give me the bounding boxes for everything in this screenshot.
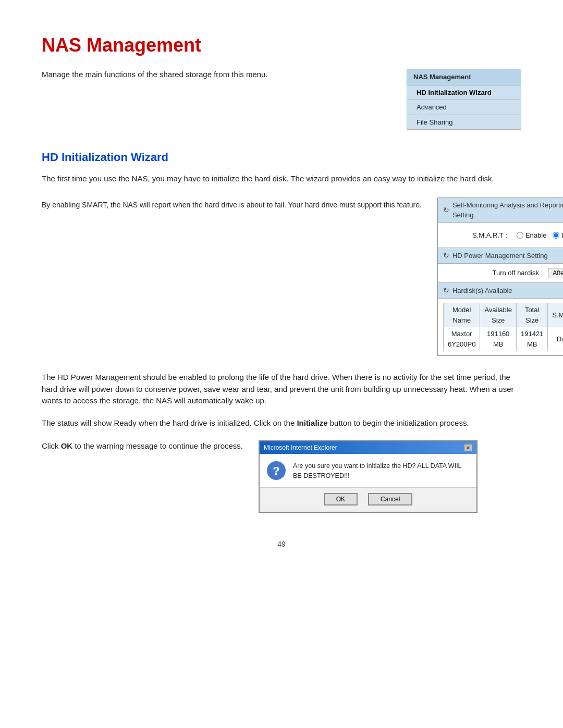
smart-enable-label: Enable: [525, 230, 546, 241]
ie-sidebar-after: to the warning message to continue the p…: [72, 441, 243, 450]
power-setting-header: ↻ HD Power Management Setting: [438, 248, 563, 264]
status-para-before: The status will show Ready when the hard…: [42, 418, 295, 427]
ie-title: Microsoft Internet Explorer: [264, 443, 337, 452]
ie-sidebar-before: Click: [42, 441, 61, 450]
ie-cancel-button[interactable]: Cancel: [368, 493, 412, 505]
hardisk-title: Hardisk(s) Available: [452, 286, 512, 296]
power-row: Turn off hardisk : After 5 mins After 10…: [446, 268, 563, 278]
ie-sidebar-bold: OK: [61, 441, 73, 450]
ie-sidebar-text: Click OK to the warning message to conti…: [42, 440, 243, 452]
hd-table: Model Name Available Size Total Size S.M…: [443, 303, 563, 351]
power-para: The HD Power Management should be enable…: [42, 372, 521, 407]
ie-titlebar: Microsoft Internet Explorer ×: [260, 441, 476, 454]
ie-close-button[interactable]: ×: [464, 444, 472, 451]
smart-enable-radio[interactable]: [517, 232, 523, 239]
cell-smart: Disable: [548, 327, 563, 351]
smart-label: S.M.A.R.T :: [472, 230, 507, 241]
cell-available: 191160 MB: [480, 327, 517, 351]
smart-radio-group: Enable Disable: [517, 230, 563, 241]
section-desc: The first time you use the NAS, you may …: [42, 173, 521, 185]
hardisk-table-container: Model Name Available Size Total Size S.M…: [438, 299, 563, 355]
ie-question-icon: ?: [267, 461, 286, 480]
status-para: The status will show Ready when the hard…: [42, 417, 521, 429]
col-available: Available Size: [480, 303, 517, 327]
ie-message: Are you sure you want to initialize the …: [293, 461, 468, 481]
smart-content: By enabling SMART, the NAS will report w…: [42, 198, 521, 356]
smart-refresh-icon: ↻: [443, 205, 449, 216]
section-title: HD Initialization Wizard: [42, 149, 521, 166]
status-para-bold: Initialize: [297, 418, 327, 427]
smart-setting-title: Self-Monitoring Analysis and Reporting T…: [452, 200, 563, 220]
power-refresh-icon: ↻: [443, 250, 449, 261]
page-title: NAS Management: [42, 31, 521, 59]
hd-table-body: Maxtor 6Y200P0 191160 MB 191421 MB Disab…: [443, 327, 563, 351]
hd-table-header-row: Model Name Available Size Total Size S.M…: [443, 303, 563, 327]
intro-text: Manage the main functions of the shared …: [42, 69, 391, 81]
hd-table-head: Model Name Available Size Total Size S.M…: [443, 303, 563, 327]
col-total: Total Size: [516, 303, 547, 327]
power-label: Turn off hardisk :: [492, 268, 543, 278]
hardisk-header: ↻ Hardisk(s) Available: [438, 283, 563, 299]
nav-item-hd-init[interactable]: HD Initialization Wizard: [407, 85, 521, 100]
smart-enable-option[interactable]: Enable: [517, 230, 546, 241]
power-setting-body: Turn off hardisk : After 5 mins After 10…: [438, 264, 563, 283]
power-setting-title: HD Power Management Setting: [452, 251, 548, 261]
col-model: Model Name: [443, 303, 480, 327]
cell-total: 191421 MB: [516, 327, 547, 351]
nav-item-file-sharing[interactable]: File Sharing: [407, 115, 521, 130]
smart-panel: ↻ Self-Monitoring Analysis and Reporting…: [437, 198, 563, 356]
smart-setting-body: S.M.A.R.T : Enable Disable Apply: [438, 223, 563, 249]
smart-radio-row: S.M.A.R.T : Enable Disable Apply: [446, 228, 563, 243]
nav-menu-header: NAS Management: [407, 69, 521, 85]
ie-buttons: OK Cancel: [260, 487, 476, 512]
hardisk-refresh-icon: ↻: [443, 285, 449, 296]
nav-item-advanced[interactable]: Advanced: [407, 100, 521, 115]
nav-menu: NAS Management HD Initialization Wizard …: [407, 69, 521, 130]
ie-body: ? Are you sure you want to initialize th…: [260, 454, 476, 487]
page-number: 49: [42, 539, 521, 550]
status-para-after: button to begin the initialization proce…: [330, 418, 469, 427]
table-row: Maxtor 6Y200P0 191160 MB 191421 MB Disab…: [443, 327, 563, 351]
intro-section: Manage the main functions of the shared …: [42, 69, 521, 130]
ie-dialog-section: Click OK to the warning message to conti…: [42, 440, 521, 513]
cell-model: Maxtor 6Y200P0: [443, 327, 480, 351]
power-dropdown[interactable]: After 5 mins After 10 mins After 20 mins…: [548, 268, 563, 278]
ie-dialog: Microsoft Internet Explorer × ? Are you …: [259, 440, 478, 513]
smart-disable-radio[interactable]: [553, 232, 559, 239]
smart-setting-header: ↻ Self-Monitoring Analysis and Reporting…: [438, 198, 563, 223]
smart-disable-option[interactable]: Disable: [553, 230, 563, 241]
col-smart: S.M.A.R.T: [548, 303, 563, 327]
smart-sidebar-text: By enabling SMART, the NAS will report w…: [42, 198, 422, 356]
ie-ok-button[interactable]: OK: [324, 493, 358, 505]
